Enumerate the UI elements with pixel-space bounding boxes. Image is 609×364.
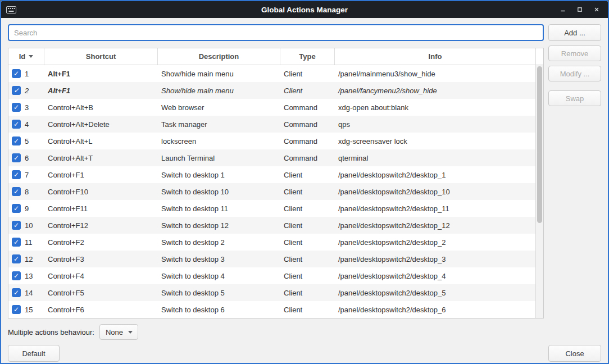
table-row[interactable]: 7 Control+F1 Switch to desktop 1 Client … <box>8 166 535 183</box>
id-cell: 2 <box>8 82 44 99</box>
table-row[interactable]: 9 Control+F11 Switch to desktop 11 Clien… <box>8 200 535 217</box>
id-cell: 10 <box>8 217 44 234</box>
row-id: 4 <box>25 120 29 129</box>
shortcut-cell: Control+F11 <box>44 200 158 217</box>
close-dialog-button[interactable]: Close <box>548 345 601 362</box>
description-cell: lockscreen <box>158 133 280 149</box>
type-cell: Client <box>280 301 335 318</box>
row-checkbox[interactable] <box>12 103 21 112</box>
info-cell: /panel/desktopswitch2/desktop_3 <box>335 251 535 267</box>
column-header-type[interactable]: Type <box>280 48 335 65</box>
row-checkbox[interactable] <box>12 221 21 230</box>
row-checkbox[interactable] <box>12 187 21 196</box>
info-cell: /panel/desktopswitch2/desktop_10 <box>335 183 535 200</box>
type-cell: Client <box>280 267 335 284</box>
shortcut-cell: Control+Alt+L <box>44 133 158 149</box>
table-row[interactable]: 3 Control+Alt+B Web browser Command xdg-… <box>8 99 535 116</box>
table-row[interactable]: 13 Control+F4 Switch to desktop 4 Client… <box>8 267 535 284</box>
row-checkbox[interactable] <box>12 288 21 297</box>
minimize-button[interactable] <box>556 3 570 16</box>
row-checkbox[interactable] <box>12 136 21 145</box>
shortcut-cell: Control+Alt+Delete <box>44 116 158 133</box>
chevron-down-icon <box>128 331 133 334</box>
info-cell: /panel/desktopswitch2/desktop_12 <box>335 217 535 234</box>
row-id: 9 <box>25 204 29 213</box>
id-cell: 7 <box>8 166 44 183</box>
table-scrollbar[interactable] <box>535 48 543 318</box>
shortcut-cell: Control+F5 <box>44 284 158 301</box>
type-cell: Client <box>280 166 335 183</box>
id-cell: 6 <box>8 149 44 166</box>
column-header-shortcut[interactable]: Shortcut <box>44 48 158 65</box>
row-checkbox[interactable] <box>12 69 21 78</box>
type-cell: Client <box>280 284 335 301</box>
behaviour-row: Multiple actions behaviour: None <box>8 324 601 340</box>
id-cell: 13 <box>8 267 44 284</box>
info-cell: /panel/desktopswitch2/desktop_11 <box>335 200 535 217</box>
shortcut-cell: Alt+F1 <box>44 82 158 99</box>
info-cell: /panel/desktopswitch2/desktop_2 <box>335 234 535 251</box>
info-cell: qterminal <box>335 149 535 166</box>
table-row[interactable]: 10 Control+F12 Switch to desktop 12 Clie… <box>8 217 535 234</box>
row-checkbox[interactable] <box>12 170 21 179</box>
table-row[interactable]: 12 Control+F3 Switch to desktop 3 Client… <box>8 251 535 267</box>
remove-button[interactable]: Remove <box>548 46 601 61</box>
row-id: 15 <box>25 306 33 314</box>
search-input[interactable] <box>8 24 544 41</box>
type-cell: Command <box>280 133 335 149</box>
description-cell: Switch to desktop 2 <box>158 234 280 251</box>
global-actions-manager-window: Global Actions Manager <box>0 0 609 364</box>
table-row[interactable]: 1 Alt+F1 Show/hide main menu Client /pan… <box>8 65 535 82</box>
shortcut-cell: Control+Alt+B <box>44 99 158 116</box>
column-header-id[interactable]: Id <box>8 48 44 65</box>
behaviour-select[interactable]: None <box>99 324 138 340</box>
restore-icon <box>576 6 583 13</box>
table-row[interactable]: 5 Control+Alt+L lockscreen Command xdg-s… <box>8 133 535 149</box>
type-cell: Client <box>280 200 335 217</box>
description-cell: Switch to desktop 6 <box>158 301 280 318</box>
row-checkbox[interactable] <box>12 204 21 213</box>
table-row[interactable]: 14 Control+F5 Switch to desktop 5 Client… <box>8 284 535 301</box>
row-id: 6 <box>25 154 29 162</box>
shortcut-cell: Control+F12 <box>44 217 158 234</box>
table-row[interactable]: 15 Control+F6 Switch to desktop 6 Client… <box>8 301 535 318</box>
shortcut-cell: Control+F4 <box>44 267 158 284</box>
close-button[interactable] <box>590 3 603 16</box>
modify-button[interactable]: Modify ... <box>548 66 601 81</box>
info-cell: /panel/desktopswitch2/desktop_4 <box>335 267 535 284</box>
restore-button[interactable] <box>573 3 587 16</box>
row-checkbox[interactable] <box>12 305 21 314</box>
table-row[interactable]: 11 Control+F2 Switch to desktop 2 Client… <box>8 234 535 251</box>
table-row[interactable]: 4 Control+Alt+Delete Task manager Comman… <box>8 116 535 133</box>
row-checkbox[interactable] <box>12 271 21 280</box>
description-cell: Show/hide main menu <box>158 65 280 82</box>
keyboard-icon <box>6 6 16 13</box>
id-cell: 5 <box>8 133 44 149</box>
swap-button[interactable]: Swap <box>548 90 601 106</box>
info-cell: /panel/fancymenu2/show_hide <box>335 82 535 99</box>
row-id: 10 <box>25 221 33 230</box>
type-cell: Client <box>280 82 335 99</box>
table-row[interactable]: 6 Control+Alt+T Launch Terminal Command … <box>8 149 535 166</box>
shortcut-cell: Control+F1 <box>44 166 158 183</box>
table-row[interactable]: 2 Alt+F1 Show/hide main menu Client /pan… <box>8 82 535 99</box>
default-button[interactable]: Default <box>8 345 60 362</box>
row-checkbox[interactable] <box>12 254 21 263</box>
row-checkbox[interactable] <box>12 86 21 95</box>
add-button[interactable]: Add ... <box>548 24 601 41</box>
id-cell: 8 <box>8 183 44 200</box>
column-header-info[interactable]: Info <box>335 48 535 65</box>
row-id: 7 <box>25 171 29 179</box>
behaviour-label: Multiple actions behaviour: <box>8 328 94 336</box>
scrollbar-track[interactable] <box>536 65 543 318</box>
row-checkbox[interactable] <box>12 120 21 129</box>
row-checkbox[interactable] <box>12 153 21 162</box>
row-checkbox[interactable] <box>12 238 21 247</box>
info-cell: /panel/desktopswitch2/desktop_5 <box>335 284 535 301</box>
scrollbar-thumb[interactable] <box>537 66 542 223</box>
column-header-description[interactable]: Description <box>158 48 280 65</box>
table-row[interactable]: 8 Control+F10 Switch to desktop 10 Clien… <box>8 183 535 200</box>
id-cell: 9 <box>8 200 44 217</box>
behaviour-selected-value: None <box>106 328 123 336</box>
sort-descending-icon <box>29 55 33 58</box>
